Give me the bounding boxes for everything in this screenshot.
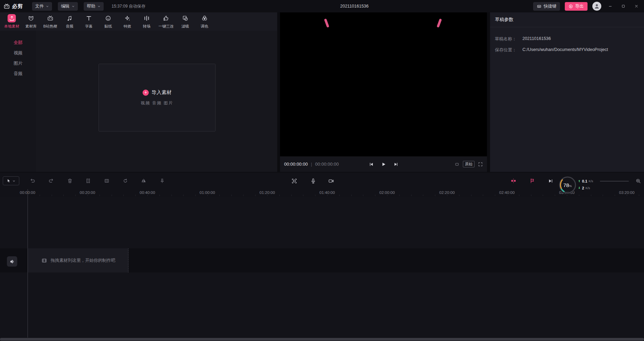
ruler-tick-label: 02:20:00 — [439, 190, 455, 195]
ruler-tick-label: 00:20:00 — [80, 190, 95, 195]
autosave-status: 15:37:09 自动保存 — [112, 3, 145, 9]
linkage-toggle[interactable] — [528, 177, 537, 185]
transition-icon — [143, 14, 151, 22]
tab-bilibili-memes[interactable]: B站热梗 — [41, 12, 60, 31]
previous-frame-button[interactable] — [369, 162, 374, 167]
scale-mode-icon[interactable] — [455, 162, 459, 166]
reverse-button[interactable] — [121, 177, 129, 185]
keyboard-icon — [537, 4, 542, 9]
track-mute-button[interactable] — [7, 256, 17, 267]
download-speed-unit: K/s — [585, 186, 590, 190]
undo-button[interactable] — [29, 177, 37, 185]
tab-filters[interactable]: 滤镜 — [176, 12, 195, 31]
download-speed-value: 2 — [582, 186, 584, 190]
delete-button[interactable] — [66, 177, 74, 185]
arrow-up-icon — [578, 179, 581, 183]
film-icon — [41, 258, 47, 264]
tab-label: 一键三连 — [158, 24, 174, 29]
menu-file[interactable]: 文件 — [32, 2, 52, 11]
track-drop-placeholder[interactable]: 拖拽素材到这里，开始你的制作吧 — [28, 248, 128, 272]
shortcut-keys-button[interactable]: 快捷键 — [533, 2, 560, 11]
timeline-ruler[interactable]: 00:00:00 00:20:00 00:40:00 01:00:00 01:2… — [0, 189, 644, 197]
tab-stickers[interactable]: 贴纸 — [98, 12, 118, 31]
export-button[interactable]: 导出 — [565, 2, 588, 11]
next-frame-button[interactable] — [394, 162, 398, 167]
export-icon — [569, 4, 573, 9]
speaker-icon — [10, 259, 15, 264]
tab-local-media[interactable]: 本地素材 — [2, 12, 21, 31]
ruler-tick-label: 00:40:00 — [140, 190, 155, 195]
sticker-icon — [104, 14, 112, 22]
upload-speed-value: 0.1 — [582, 179, 587, 183]
timecode-separator: | — [311, 162, 312, 167]
category-all[interactable]: 全部 — [0, 38, 36, 48]
timeline-toolbar — [0, 173, 644, 189]
tab-material-library[interactable]: 素材库 — [21, 12, 41, 31]
horizontal-scrollbar-thumb[interactable] — [0, 338, 644, 341]
app-logo: 必剪 — [3, 3, 23, 10]
timeline-zoom-button[interactable] — [634, 177, 642, 185]
category-image[interactable]: 图片 — [0, 58, 36, 69]
split-button[interactable] — [84, 177, 92, 185]
timecode-group: 00:00:00:00 | 00:00:00:00 — [284, 162, 339, 167]
menu-help-label: 帮助 — [87, 3, 95, 9]
redo-button[interactable] — [47, 177, 55, 185]
text-icon — [85, 14, 93, 22]
performance-unit: % — [569, 184, 572, 188]
import-media-button[interactable]: + 导入素材 视频 音频 图片 — [98, 64, 216, 132]
menu-edit[interactable]: 编辑 — [58, 2, 78, 11]
timeline-section: 00:00:00 00:20:00 00:40:00 01:00:00 01:2… — [0, 173, 644, 341]
draft-path-value[interactable]: C:/Users/wuhan/Documents/MYVideoProject — [522, 47, 608, 53]
loading-slash-right — [437, 19, 442, 28]
title-bar: 必剪 文件 编辑 帮助 15:37:09 自动保存 202110161536 快… — [0, 0, 644, 12]
select-tool-button[interactable] — [3, 176, 19, 185]
fullscreen-icon[interactable] — [478, 162, 483, 167]
ruler-tick-label: 01:20:00 — [260, 190, 275, 195]
magnifier-plus-icon — [636, 178, 641, 184]
network-speed-widget: 0.1 K/s 2 K/s — [578, 179, 599, 193]
category-video[interactable]: 视频 — [0, 48, 36, 58]
tab-triple-like[interactable]: 一键三连 — [156, 12, 176, 31]
media-panel-body: 全部 视频 图片 音频 + 导入素材 视频 音频 图片 — [0, 31, 277, 172]
minimize-button[interactable] — [606, 2, 614, 10]
draft-path-label: 保存位置： — [495, 47, 522, 53]
tab-label: 滤镜 — [181, 24, 189, 29]
user-avatar[interactable] — [592, 2, 601, 11]
menu-help[interactable]: 帮助 — [84, 2, 104, 11]
preview-controls: 00:00:00:00 | 00:00:00:00 原始 — [280, 156, 487, 172]
snap-toggle[interactable] — [509, 177, 518, 185]
canvas-crop-button[interactable] — [290, 177, 298, 185]
ruler-tick-label: 02:00:00 — [380, 190, 395, 195]
tab-label: 转场 — [143, 24, 150, 29]
pin-button[interactable] — [158, 177, 166, 185]
preview-screen[interactable] — [280, 12, 487, 156]
draft-name-value[interactable]: 202110161536 — [522, 36, 551, 42]
timeline-zoom-slider[interactable] — [600, 181, 629, 182]
tab-effects[interactable]: 特效 — [118, 12, 137, 31]
jump-to-end-button[interactable] — [546, 177, 554, 185]
record-screen-button[interactable] — [327, 177, 335, 185]
freeze-frame-button[interactable] — [103, 177, 111, 185]
mirror-button[interactable] — [139, 177, 148, 185]
play-button[interactable] — [381, 162, 386, 167]
tab-subtitles[interactable]: 字幕 — [79, 12, 98, 31]
maximize-button[interactable] — [619, 2, 627, 10]
tab-transitions[interactable]: 转场 — [137, 12, 156, 31]
arrow-down-icon — [578, 186, 581, 189]
import-title-row: + 导入素材 — [143, 89, 172, 96]
titlebar-actions: 快捷键 导出 — [533, 2, 641, 11]
tab-label: 特效 — [124, 24, 131, 29]
tab-label: 字幕 — [85, 24, 93, 29]
transport-controls — [369, 162, 398, 167]
tab-audio[interactable]: 音频 — [60, 12, 79, 31]
record-voice-button[interactable] — [309, 177, 317, 185]
tab-label: 本地素材 — [4, 24, 19, 29]
upload-icon — [8, 14, 16, 22]
close-button[interactable] — [632, 2, 641, 10]
current-timecode: 00:00:00:00 — [284, 162, 308, 167]
category-audio[interactable]: 音频 — [0, 69, 36, 79]
performance-indicator[interactable]: 78 % — [557, 175, 578, 195]
tab-color-grading[interactable]: 调色 — [195, 12, 214, 31]
playhead[interactable] — [28, 189, 28, 338]
original-ratio-button[interactable]: 原始 — [463, 161, 475, 167]
